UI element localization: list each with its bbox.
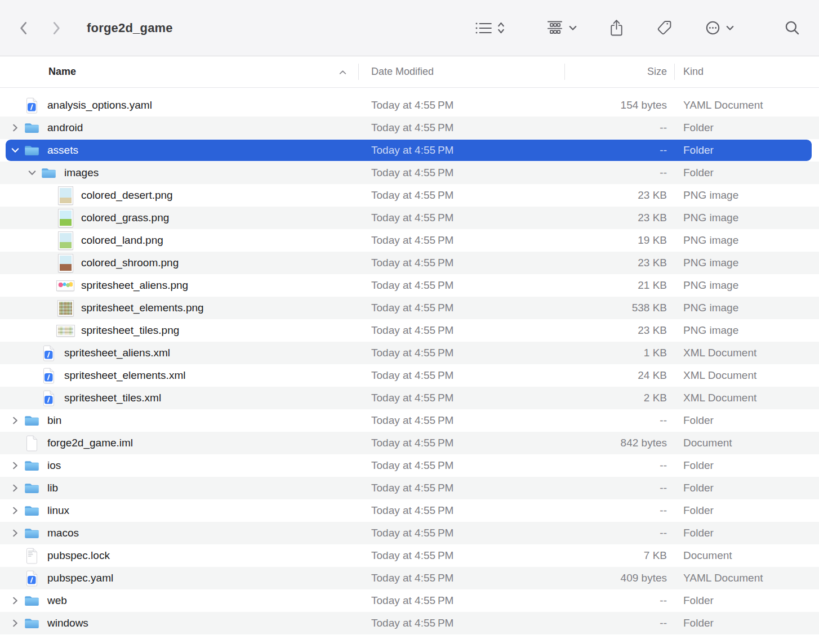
column-header-date-modified[interactable]: Date Modified [359,56,565,87]
table-row[interactable]: spritesheet_elements.png Today at 4:55 P… [0,297,819,319]
window-title: forge2d_game [87,21,173,35]
disclosure-chevron-icon[interactable] [9,619,21,627]
table-row[interactable]: web Today at 4:55 PM -- Folder [0,589,819,612]
date-modified-cell: Today at 4:55 PM [359,454,565,477]
table-row[interactable]: windows Today at 4:55 PM -- Folder [0,612,819,634]
file-name: windows [47,617,88,629]
thumb-tiles-icon [55,325,75,336]
kind-cell: Folder [675,477,819,499]
name-cell: bin [0,409,359,432]
size-cell: -- [565,477,675,499]
table-row[interactable]: spritesheet_aliens.png Today at 4:55 PM … [0,274,819,297]
table-row[interactable]: colored_land.png Today at 4:55 PM 19 KB … [0,229,819,252]
disclosure-chevron-icon[interactable] [9,146,21,154]
file-name: assets [47,144,78,156]
file-name: spritesheet_aliens.png [81,279,188,292]
disclosure-chevron-icon[interactable] [9,597,21,605]
date-modified-cell: Today at 4:55 PM [359,139,565,162]
file-name: spritesheet_elements.png [81,302,204,314]
folder-icon [21,482,42,494]
name-cell: pubspec.yaml [0,567,359,589]
table-row[interactable]: pubspec.yaml Today at 4:55 PM 409 bytes … [0,567,819,589]
date-modified-cell: Today at 4:55 PM [359,589,565,612]
folder-icon [21,415,42,427]
search-button[interactable] [785,20,800,35]
file-name: bin [47,414,61,427]
table-row[interactable]: pubspec.lock Today at 4:55 PM 7 KB Docum… [0,544,819,567]
more-actions-button[interactable] [705,20,734,35]
size-cell: 538 KB [565,297,675,319]
file-name: colored_land.png [81,234,163,247]
table-row[interactable]: forge2d_game.iml Today at 4:55 PM 842 by… [0,432,819,454]
column-header-size[interactable]: Size [565,56,675,87]
table-row[interactable]: colored_shroom.png Today at 4:55 PM 23 K… [0,252,819,274]
disclosure-chevron-icon[interactable] [9,124,21,132]
column-header-row: Name Date Modified Size Kind [0,56,819,88]
column-header-name[interactable]: Name [0,56,359,87]
name-cell: assets [0,139,359,162]
disclosure-chevron-icon[interactable] [9,462,21,469]
table-row[interactable]: ios Today at 4:55 PM -- Folder [0,454,819,477]
file-name: spritesheet_elements.xml [64,369,185,382]
table-row[interactable]: spritesheet_aliens.xml Today at 4:55 PM … [0,342,819,364]
file-name: macos [47,527,79,539]
folder-icon [21,527,42,539]
kind-cell: Folder [675,499,819,522]
table-row[interactable]: android Today at 4:55 PM -- Folder [0,117,819,139]
tags-button[interactable] [656,20,673,36]
table-row[interactable]: spritesheet_tiles.xml Today at 4:55 PM 2… [0,387,819,409]
file-name: spritesheet_tiles.png [81,324,179,337]
disclosure-chevron-icon[interactable] [9,507,21,515]
table-row[interactable]: images Today at 4:55 PM -- Folder [0,162,819,184]
column-header-size-label: Size [647,66,667,78]
file-name: colored_grass.png [81,212,169,224]
name-cell: linux [0,499,359,522]
table-row[interactable]: macos Today at 4:55 PM -- Folder [0,522,819,544]
share-button[interactable] [609,19,624,37]
name-cell: colored_grass.png [0,207,359,229]
size-cell: 7 KB [565,544,675,567]
size-cell: 23 KB [565,207,675,229]
kind-cell: Folder [675,117,819,139]
name-cell: images [0,162,359,184]
disclosure-chevron-icon[interactable] [9,417,21,424]
table-row[interactable]: assets Today at 4:55 PM -- Folder [0,139,819,162]
thumb-elements-icon [55,301,75,316]
table-row[interactable]: linux Today at 4:55 PM -- Folder [0,499,819,522]
name-cell: ios [0,454,359,477]
table-row[interactable]: bin Today at 4:55 PM -- Folder [0,409,819,432]
kind-cell: YAML Document [675,94,819,117]
disclosure-chevron-icon[interactable] [9,529,21,537]
name-cell: android [0,117,359,139]
disclosure-chevron-icon[interactable] [26,169,38,177]
file-name: ios [47,459,61,472]
table-row[interactable]: spritesheet_elements.xml Today at 4:55 P… [0,364,819,387]
view-options-button[interactable] [475,21,505,35]
sort-arrows-icon [497,21,505,35]
date-modified-cell: Today at 4:55 PM [359,567,565,589]
group-by-button[interactable] [546,20,577,36]
disclosure-chevron-icon[interactable] [9,484,21,492]
table-row[interactable]: spritesheet_tiles.png Today at 4:55 PM 2… [0,319,819,342]
date-modified-cell: Today at 4:55 PM [359,612,565,634]
file-name: analysis_options.yaml [47,99,152,111]
group-by-icon [546,20,563,36]
folder-icon [21,460,42,472]
file-name: images [64,167,99,179]
name-cell: spritesheet_tiles.xml [0,387,359,409]
date-modified-cell: Today at 4:55 PM [359,184,565,207]
back-button[interactable] [19,21,28,35]
date-modified-cell: Today at 4:55 PM [359,409,565,432]
table-row[interactable]: analysis_options.yaml Today at 4:55 PM 1… [0,94,819,117]
kind-cell: Folder [675,409,819,432]
yaml-document-icon [21,570,42,587]
file-name: forge2d_game.iml [47,437,133,449]
table-row[interactable]: colored_grass.png Today at 4:55 PM 23 KB… [0,207,819,229]
date-modified-cell: Today at 4:55 PM [359,387,565,409]
file-name: android [47,122,83,134]
forward-button[interactable] [52,21,61,35]
column-header-kind[interactable]: Kind [675,56,819,87]
document-icon [21,435,42,451]
table-row[interactable]: lib Today at 4:55 PM -- Folder [0,477,819,499]
table-row[interactable]: colored_desert.png Today at 4:55 PM 23 K… [0,184,819,207]
